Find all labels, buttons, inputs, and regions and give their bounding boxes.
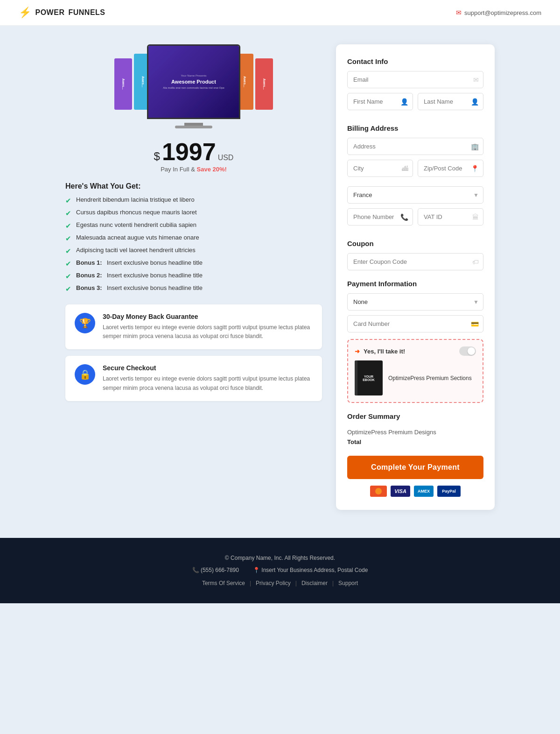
payment-icons: VISA AMEX PayPal (347, 486, 483, 497)
email-field-icon: ✉ (473, 76, 479, 84)
price-subtitle: Pay In Full & Save 20%! (65, 166, 322, 173)
secure-title: Secure Checkout (103, 364, 313, 372)
list-item: ✔Egestas nunc votenti hendrerit cubilia … (65, 221, 322, 230)
price-display: $ 1997 USD (65, 140, 322, 164)
vat-group: 🏛 (418, 208, 483, 226)
upsell-book-image: YOUR EBOOK (355, 360, 383, 395)
contact-title: Contact Info (347, 57, 483, 65)
order-summary: OptimizePress Premium Designs Total (347, 429, 483, 445)
upsell-text: Yes, I'll take it! (364, 348, 405, 355)
terms-link[interactable]: Terms Of Service (202, 580, 245, 586)
secure-box: 🔒 Secure Checkout Laoret vertis tempor e… (65, 356, 322, 401)
book-6: Awes... (255, 58, 273, 110)
main-content: Awes... Awes... Awesome Product Your Nam… (56, 26, 504, 538)
price-amount: 1997 (162, 140, 216, 164)
mockup-title: Awesome Product (171, 79, 216, 85)
footer-copyright: © Company Name, Inc. All Rights Reserved… (9, 555, 551, 561)
list-item: ✔Malesuada acneat augue vuts himenae ona… (65, 234, 322, 243)
person-icon-2: 👤 (471, 98, 479, 106)
zip-icon: 📍 (471, 165, 479, 172)
mockup-screen: Your Name Presents Awesome Product Ala m… (147, 44, 240, 119)
card-icon: 💳 (471, 320, 479, 328)
footer-contact: 📞 (555) 666-7890 📍 Insert Your Business … (9, 567, 551, 573)
country-select[interactable]: France United States United Kingdom Germ… (347, 186, 483, 204)
card-group: 💳 (347, 315, 483, 332)
product-image-area: Awes... Awes... Awesome Product Your Nam… (65, 44, 322, 130)
order-total-row: Total (347, 438, 483, 445)
billing-title: Billing Address (347, 124, 483, 132)
address-input[interactable] (347, 138, 483, 155)
check-icon: ✔ (65, 234, 71, 243)
header: ⚡ POWERFUNNELS ✉ support@optimizepress.c… (0, 0, 560, 26)
privacy-link[interactable]: Privacy Policy (256, 580, 291, 586)
secure-content: Secure Checkout Laoret vertis tempor eu … (103, 364, 313, 392)
price-save: Save 20%! (197, 166, 227, 173)
upsell-product-name: OptimizePress Premium Sections (388, 375, 472, 381)
coupon-group: 🏷 (347, 253, 483, 270)
check-icon: ✔ (65, 260, 71, 268)
secure-text: Laoret vertis tempor eu intege evenie do… (103, 374, 313, 392)
price-section: $ 1997 USD Pay In Full & Save 20%! (65, 140, 322, 173)
secure-icon: 🔒 (75, 364, 95, 385)
amex-icon: AMEX (414, 486, 434, 497)
lightning-icon: ⚡ (19, 7, 32, 19)
price-dollar: $ (154, 150, 160, 163)
check-icon: ✔ (65, 285, 71, 293)
card-number-input[interactable] (347, 315, 483, 332)
mockup-presenter: Your Name Presents (181, 74, 206, 77)
upsell-book-text: YOUR EBOOK (360, 375, 378, 381)
name-row: 👤 👤 (347, 93, 483, 115)
vat-icon: 🏛 (472, 213, 479, 221)
mockup-subtitle: Ala mollis erat non commodo lacinia nisl… (163, 86, 224, 89)
mockup-base (175, 126, 212, 128)
mastercard-icon (370, 486, 387, 497)
payment-method-select[interactable]: None Credit Card PayPal (347, 293, 483, 311)
first-name-group: 👤 (347, 93, 413, 110)
logo: ⚡ POWERFUNNELS (19, 7, 105, 19)
form-card: Contact Info ✉ 👤 👤 Billing Address (336, 44, 495, 510)
city-zip-row: 🏙 📍 (347, 160, 483, 182)
city-icon: 🏙 (402, 165, 408, 172)
coupon-title: Coupon (347, 240, 483, 247)
footer-phone: 📞 (555) 666-7890 (192, 567, 239, 573)
pin-icon: 📍 (253, 567, 261, 573)
phone-group: 📞 (347, 208, 413, 226)
address-icon: 🏢 (471, 143, 479, 150)
phone-icon: 📞 (400, 213, 408, 221)
list-item: ✔Adipiscing taciti vel laoreet hendrerit… (65, 247, 322, 255)
upsell-content: YOUR EBOOK OptimizePress Premium Section… (355, 360, 476, 395)
email-icon: ✉ (456, 9, 462, 16)
coupon-input[interactable] (347, 253, 483, 270)
support-email: support@optimizepress.com (464, 9, 541, 16)
toggle-knob (468, 347, 475, 355)
support-footer-link[interactable]: Support (338, 580, 358, 586)
left-column: Awes... Awes... Awesome Product Your Nam… (65, 44, 322, 408)
list-item: ✔Cursus dapibus rhoncus neque mauris lao… (65, 209, 322, 218)
email-input[interactable] (347, 71, 483, 88)
guarantee-title: 30-Day Money Back Guarantee (103, 313, 313, 320)
right-column: Contact Info ✉ 👤 👤 Billing Address (336, 44, 495, 510)
last-name-group: 👤 (418, 93, 483, 110)
country-wrapper: France United States United Kingdom Germ… (347, 186, 483, 204)
disclaimer-link[interactable]: Disclaimer (301, 580, 328, 586)
phone-icon-footer: 📞 (192, 567, 201, 573)
payment-title: Payment Information (347, 280, 483, 288)
footer: © Company Name, Inc. All Rights Reserved… (0, 538, 560, 603)
coupon-icon: 🏷 (472, 258, 479, 266)
zip-group: 📍 (418, 160, 483, 177)
guarantee-text: Laoret vertis tempor eu intege evenie do… (103, 323, 313, 341)
benefits-title: Here's What You Get: (65, 182, 322, 191)
visa-icon: VISA (391, 486, 410, 497)
guarantee-icon: 🏆 (75, 313, 95, 333)
paypal-icon: PayPal (437, 486, 461, 497)
order-item-name: OptimizePress Premium Designs (347, 429, 436, 436)
check-icon: ✔ (65, 272, 71, 281)
cta-button[interactable]: Complete Your Payment (347, 456, 483, 479)
list-item: ✔Bonus 1: Insert exclusive bonus headlin… (65, 259, 322, 268)
footer-links: Terms Of Service | Privacy Policy | Disc… (9, 580, 551, 586)
check-icon: ✔ (65, 209, 71, 218)
upsell-header: ➜ Yes, I'll take it! (355, 346, 476, 356)
support-link[interactable]: ✉ support@optimizepress.com (456, 9, 541, 16)
upsell-toggle[interactable] (459, 346, 476, 356)
address-group: 🏢 (347, 138, 483, 155)
